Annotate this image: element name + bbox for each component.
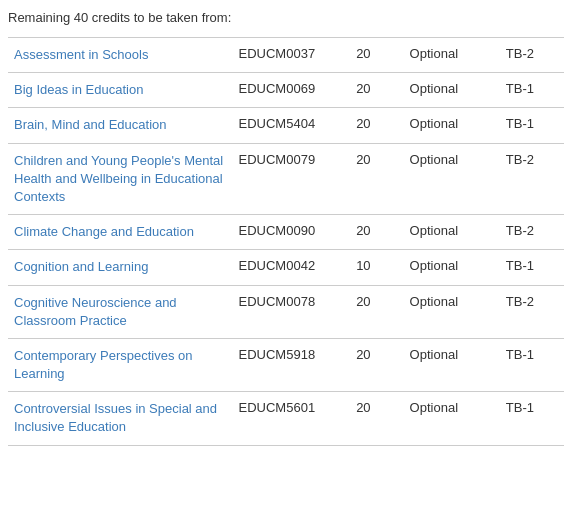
table-row: Cognition and LearningEDUCM004210Optiona…	[8, 250, 564, 285]
course-code-cell: EDUCM5601	[233, 392, 351, 445]
table-row: Cognitive Neuroscience and Classroom Pra…	[8, 285, 564, 338]
table-row: Contemporary Perspectives on LearningEDU…	[8, 338, 564, 391]
table-row: Big Ideas in EducationEDUCM006920Optiona…	[8, 73, 564, 108]
main-container: Remaining 40 credits to be taken from: A…	[0, 0, 572, 456]
course-credits-cell: 20	[350, 38, 403, 73]
header-text: Remaining 40 credits to be taken from:	[8, 10, 564, 25]
table-row: Brain, Mind and EducationEDUCM540420Opti…	[8, 108, 564, 143]
course-type-cell: Optional	[404, 73, 500, 108]
course-code-cell: EDUCM5404	[233, 108, 351, 143]
table-row: Controversial Issues in Special and Incl…	[8, 392, 564, 445]
course-link[interactable]: Assessment in Schools	[14, 47, 148, 62]
course-credits-cell: 20	[350, 215, 403, 250]
course-type-cell: Optional	[404, 250, 500, 285]
course-code-cell: EDUCM0069	[233, 73, 351, 108]
course-type-cell: Optional	[404, 285, 500, 338]
course-name-cell[interactable]: Controversial Issues in Special and Incl…	[8, 392, 233, 445]
course-tb-cell: TB-2	[500, 285, 564, 338]
course-link[interactable]: Controversial Issues in Special and Incl…	[14, 401, 217, 434]
course-name-cell[interactable]: Climate Change and Education	[8, 215, 233, 250]
course-name-cell[interactable]: Children and Young People's Mental Healt…	[8, 143, 233, 215]
course-type-cell: Optional	[404, 143, 500, 215]
course-tb-cell: TB-2	[500, 38, 564, 73]
course-name-cell[interactable]: Big Ideas in Education	[8, 73, 233, 108]
course-link[interactable]: Brain, Mind and Education	[14, 117, 166, 132]
course-link[interactable]: Contemporary Perspectives on Learning	[14, 348, 192, 381]
course-tb-cell: TB-1	[500, 73, 564, 108]
course-code-cell: EDUCM0042	[233, 250, 351, 285]
table-row: Children and Young People's Mental Healt…	[8, 143, 564, 215]
course-name-cell[interactable]: Assessment in Schools	[8, 38, 233, 73]
table-row: Assessment in SchoolsEDUCM003720Optional…	[8, 38, 564, 73]
course-link[interactable]: Big Ideas in Education	[14, 82, 143, 97]
table-row: Climate Change and EducationEDUCM009020O…	[8, 215, 564, 250]
courses-table: Assessment in SchoolsEDUCM003720Optional…	[8, 37, 564, 446]
course-link[interactable]: Children and Young People's Mental Healt…	[14, 153, 223, 204]
course-name-cell[interactable]: Cognitive Neuroscience and Classroom Pra…	[8, 285, 233, 338]
course-tb-cell: TB-1	[500, 250, 564, 285]
course-tb-cell: TB-2	[500, 215, 564, 250]
course-link[interactable]: Cognition and Learning	[14, 259, 148, 274]
course-credits-cell: 10	[350, 250, 403, 285]
course-credits-cell: 20	[350, 338, 403, 391]
course-credits-cell: 20	[350, 285, 403, 338]
course-code-cell: EDUCM0079	[233, 143, 351, 215]
course-credits-cell: 20	[350, 143, 403, 215]
course-code-cell: EDUCM0090	[233, 215, 351, 250]
course-code-cell: EDUCM0078	[233, 285, 351, 338]
course-tb-cell: TB-1	[500, 338, 564, 391]
course-name-cell[interactable]: Cognition and Learning	[8, 250, 233, 285]
course-type-cell: Optional	[404, 338, 500, 391]
course-name-cell[interactable]: Brain, Mind and Education	[8, 108, 233, 143]
course-type-cell: Optional	[404, 38, 500, 73]
course-type-cell: Optional	[404, 108, 500, 143]
course-type-cell: Optional	[404, 215, 500, 250]
course-tb-cell: TB-2	[500, 143, 564, 215]
course-tb-cell: TB-1	[500, 108, 564, 143]
course-credits-cell: 20	[350, 392, 403, 445]
course-code-cell: EDUCM0037	[233, 38, 351, 73]
course-credits-cell: 20	[350, 108, 403, 143]
course-type-cell: Optional	[404, 392, 500, 445]
course-name-cell[interactable]: Contemporary Perspectives on Learning	[8, 338, 233, 391]
course-link[interactable]: Climate Change and Education	[14, 224, 194, 239]
course-tb-cell: TB-1	[500, 392, 564, 445]
course-credits-cell: 20	[350, 73, 403, 108]
course-link[interactable]: Cognitive Neuroscience and Classroom Pra…	[14, 295, 177, 328]
course-code-cell: EDUCM5918	[233, 338, 351, 391]
